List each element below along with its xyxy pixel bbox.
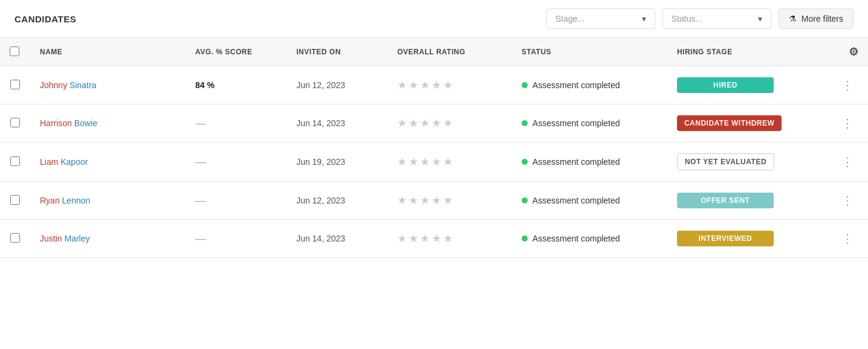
avg-score-dash: — [195, 117, 206, 129]
col-settings[interactable]: ⚙ [827, 38, 868, 66]
star-1: ★ [397, 155, 407, 168]
status-chevron-icon: ▾ [758, 14, 762, 24]
hiring-badge[interactable]: INTERVIEWED [677, 231, 774, 246]
col-avg-score: AVG. % SCORE [186, 38, 287, 66]
row-checkbox-1[interactable] [10, 118, 20, 127]
stage-placeholder: Stage... [555, 14, 585, 24]
row-more-menu[interactable]: ⋮ [837, 229, 858, 248]
settings-gear-icon[interactable]: ⚙ [849, 46, 859, 58]
star-rating[interactable]: ★ ★ ★ ★ ★ [397, 232, 502, 245]
row-checkbox-cell [0, 66, 30, 104]
hiring-badge[interactable]: OFFER SENT [677, 193, 774, 208]
star-4: ★ [432, 117, 441, 130]
avg-score-cell: 84 % [186, 66, 287, 104]
more-filters-button[interactable]: ⚗ More filters [779, 8, 853, 29]
rating-cell: ★ ★ ★ ★ ★ [387, 142, 512, 182]
col-hiring-stage: HIRING STAGE [667, 38, 827, 66]
row-more-menu[interactable]: ⋮ [837, 191, 858, 210]
candidate-first-name: Justin [40, 234, 62, 243]
row-checkbox-cell [0, 142, 30, 182]
star-rating[interactable]: ★ ★ ★ ★ ★ [397, 117, 502, 130]
avg-score-dash: — [195, 156, 206, 168]
rating-cell: ★ ★ ★ ★ ★ [387, 104, 512, 142]
status-dropdown[interactable]: Status... ▾ [662, 8, 771, 29]
star-3: ★ [420, 232, 430, 245]
hiring-stage-cell: INTERVIEWED [667, 220, 827, 258]
status-cell: Assessment completed [512, 104, 667, 142]
col-overall-rating: OVERALL RATING [387, 38, 512, 66]
invited-date-cell: Jun 12, 2023 [287, 66, 387, 104]
hiring-badge[interactable]: CANDIDATE WITHDREW [677, 115, 782, 131]
star-1: ★ [397, 117, 407, 130]
status-cell: Assessment completed [512, 66, 667, 104]
row-actions-cell: ⋮ [827, 220, 868, 258]
status-dot [522, 197, 528, 203]
candidate-first-name: Liam [40, 157, 58, 167]
row-checkbox-cell [0, 220, 30, 258]
row-checkbox-3[interactable] [10, 195, 20, 205]
status-cell: Assessment completed [512, 142, 667, 182]
candidate-name-cell: Justin Marley [30, 220, 186, 258]
star-rating[interactable]: ★ ★ ★ ★ ★ [397, 155, 502, 168]
star-2: ★ [409, 155, 418, 168]
table-row: Liam Kapoor — Jun 19, 2023 ★ ★ ★ ★ ★ [0, 142, 868, 182]
table-row: Johnny Sinatra 84 % Jun 12, 2023 ★ ★ ★ ★… [0, 66, 868, 104]
rating-cell: ★ ★ ★ ★ ★ [387, 220, 512, 258]
candidates-table-container: NAME AVG. % SCORE INVITED ON OVERALL RAT… [0, 37, 868, 258]
star-4: ★ [432, 78, 441, 92]
row-checkbox-cell [0, 104, 30, 142]
candidate-name-cell: Ryan Lennon [30, 182, 186, 220]
candidate-name[interactable]: Ryan Lennon [40, 196, 90, 205]
select-all-checkbox[interactable] [10, 46, 19, 56]
row-more-menu[interactable]: ⋮ [837, 76, 858, 94]
status-dot [522, 235, 528, 242]
status-dot [522, 120, 528, 126]
star-1: ★ [397, 194, 407, 207]
row-checkbox-2[interactable] [10, 156, 20, 166]
star-5: ★ [443, 155, 453, 168]
star-5: ★ [443, 194, 453, 207]
avg-score-cell: — [186, 142, 287, 182]
status-text: Assessment completed [533, 118, 620, 128]
row-checkbox-4[interactable] [10, 233, 20, 243]
hiring-badge[interactable]: NOT YET EVALUATED [677, 153, 774, 170]
avg-score-cell: — [186, 220, 287, 258]
status-text: Assessment completed [533, 196, 620, 205]
candidate-first-name: Johnny [40, 80, 67, 90]
star-3: ★ [420, 155, 430, 168]
row-checkbox-0[interactable] [10, 80, 20, 89]
candidate-name[interactable]: Liam Kapoor [40, 157, 88, 167]
row-actions-cell: ⋮ [827, 142, 868, 182]
avg-score-cell: — [186, 104, 287, 142]
star-1: ★ [397, 78, 407, 92]
star-2: ★ [409, 78, 418, 92]
row-actions-cell: ⋮ [827, 104, 868, 142]
avg-score-cell: — [186, 182, 287, 220]
star-2: ★ [409, 194, 418, 207]
row-more-menu[interactable]: ⋮ [837, 114, 858, 132]
star-2: ★ [409, 232, 418, 245]
table-row: Ryan Lennon — Jun 12, 2023 ★ ★ ★ ★ ★ [0, 182, 868, 220]
candidate-name[interactable]: Harrison Bowie [40, 118, 97, 128]
row-more-menu[interactable]: ⋮ [837, 153, 858, 171]
col-invited-on: INVITED ON [287, 38, 387, 66]
star-rating[interactable]: ★ ★ ★ ★ ★ [397, 194, 502, 207]
table-row: Harrison Bowie — Jun 14, 2023 ★ ★ ★ ★ ★ [0, 104, 868, 142]
hiring-stage-cell: NOT YET EVALUATED [667, 142, 827, 182]
candidate-name[interactable]: Justin Marley [40, 234, 89, 243]
candidate-name-cell: Harrison Bowie [30, 104, 186, 142]
star-1: ★ [397, 232, 407, 245]
star-4: ★ [432, 155, 441, 168]
star-3: ★ [420, 117, 430, 130]
star-rating[interactable]: ★ ★ ★ ★ ★ [397, 78, 502, 92]
star-4: ★ [432, 194, 441, 207]
candidate-last-name: Bowie [74, 118, 97, 128]
status-dot [522, 159, 528, 165]
stage-dropdown[interactable]: Stage... ▾ [546, 8, 655, 29]
invited-date-cell: Jun 12, 2023 [287, 182, 387, 220]
hiring-stage-cell: OFFER SENT [667, 182, 827, 220]
page-title: CANDIDATES [15, 14, 539, 24]
hiring-badge[interactable]: HIRED [677, 77, 774, 93]
candidate-name[interactable]: Johnny Sinatra [40, 80, 96, 90]
candidate-last-name: Marley [64, 234, 89, 243]
